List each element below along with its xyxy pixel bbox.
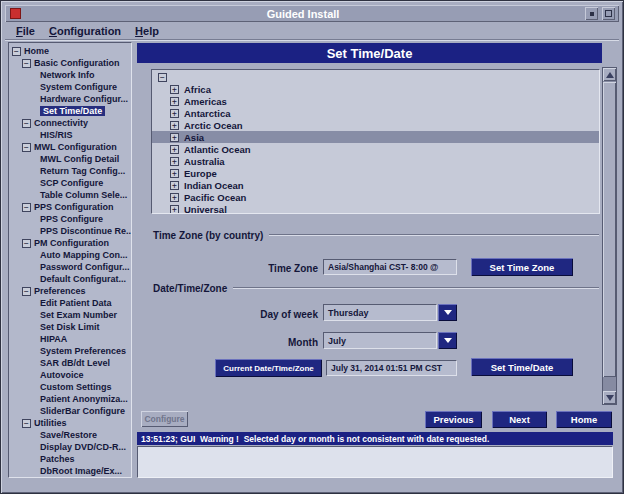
- tree-expand-icon[interactable]: +: [170, 109, 179, 118]
- tree-item[interactable]: Default Configurat...: [9, 273, 131, 285]
- tree-item[interactable]: Hardware Configur...: [9, 93, 131, 105]
- tree-item[interactable]: Display DVD/CD-R...: [9, 441, 131, 453]
- tree-expand-icon[interactable]: −: [12, 47, 21, 56]
- maximize-button[interactable]: [602, 7, 615, 20]
- scroll-down-button[interactable]: [603, 391, 616, 404]
- tree-expand-icon[interactable]: −: [22, 203, 31, 212]
- tree-item[interactable]: Save/Restore: [9, 429, 131, 441]
- tree-item[interactable]: Set Time/Date: [9, 105, 131, 117]
- tree-item[interactable]: − Basic Configuration: [9, 57, 131, 69]
- timezone-item[interactable]: + Atlantic Ocean: [152, 143, 599, 155]
- timezone-item[interactable]: + Australia: [152, 155, 599, 167]
- tree-expand-icon[interactable]: +: [170, 145, 179, 154]
- day-of-week-value[interactable]: Thursday: [323, 304, 437, 321]
- timezone-item[interactable]: + Pacific Ocean: [152, 191, 599, 203]
- set-time-date-button[interactable]: Set Time/Date: [471, 358, 573, 376]
- timezone-item[interactable]: + Arctic Ocean: [152, 119, 599, 131]
- tree-expand-icon[interactable]: −: [158, 73, 167, 82]
- current-datetime-button[interactable]: Current Date/Time/Zone: [215, 359, 322, 377]
- month-select[interactable]: July: [323, 332, 457, 349]
- tree-item[interactable]: MWL Config Detail: [9, 153, 131, 165]
- tree-item[interactable]: − PM Configuration: [9, 237, 131, 249]
- minimize-icon: [590, 12, 594, 16]
- tree-item[interactable]: Autovoice: [9, 369, 131, 381]
- timezone-value-field[interactable]: Asia/Shanghai CST- 8:00 @: [323, 259, 457, 275]
- tree-item[interactable]: HIS/RIS: [9, 129, 131, 141]
- vertical-scrollbar[interactable]: [602, 67, 617, 405]
- month-value[interactable]: July: [323, 332, 437, 349]
- menu-item[interactable]: Configuration: [42, 23, 128, 39]
- tree-expand-icon[interactable]: −: [22, 119, 31, 128]
- tree-expand-icon[interactable]: +: [170, 121, 179, 130]
- tree-expand-icon[interactable]: +: [170, 205, 179, 214]
- tree-expand-icon[interactable]: −: [22, 239, 31, 248]
- tree-expand-icon[interactable]: +: [170, 181, 179, 190]
- scroll-up-button[interactable]: [603, 68, 616, 81]
- next-button[interactable]: Next: [492, 411, 547, 428]
- tree-item[interactable]: Set Exam Number: [9, 309, 131, 321]
- tree-item[interactable]: SAR dB/dt Level: [9, 357, 131, 369]
- tree-item[interactable]: DbRoot Image/Ex...: [9, 465, 131, 477]
- timezone-item[interactable]: + Americas: [152, 95, 599, 107]
- timezone-item[interactable]: + Indian Ocean: [152, 179, 599, 191]
- tree-item[interactable]: − Connectivity: [9, 117, 131, 129]
- tree-item[interactable]: Patient Anonymiza...: [9, 393, 131, 405]
- tree-expand-icon[interactable]: −: [22, 143, 31, 152]
- tree-item[interactable]: Edit Patient Data: [9, 297, 131, 309]
- tree-expand-icon[interactable]: +: [170, 97, 179, 106]
- menu-item[interactable]: File: [9, 23, 42, 39]
- day-of-week-select[interactable]: Thursday: [323, 304, 457, 321]
- tree-item[interactable]: Password Configur...: [9, 261, 131, 273]
- tree-item[interactable]: HIPAA: [9, 333, 131, 345]
- tree-item[interactable]: Network Info: [9, 69, 131, 81]
- home-button[interactable]: Home: [556, 411, 612, 428]
- scrollbar-thumb[interactable]: [603, 82, 616, 377]
- datetime-value-field[interactable]: July 31, 2014 01:51 PM CST: [326, 360, 457, 376]
- timezone-item[interactable]: + Asia: [152, 131, 599, 143]
- day-dropdown-button[interactable]: [438, 304, 457, 321]
- tree-item[interactable]: − Utilities: [9, 417, 131, 429]
- timezone-item[interactable]: + Europe: [152, 167, 599, 179]
- tree-item[interactable]: SCP Configure: [9, 177, 131, 189]
- previous-button[interactable]: Previous: [425, 411, 482, 428]
- tree-item[interactable]: PPS Discontinue Re...: [9, 225, 131, 237]
- tree-item[interactable]: PPS Configure: [9, 213, 131, 225]
- tree-expand-icon[interactable]: +: [170, 85, 179, 94]
- status-bar: 13:51:23; GUI Warning ! Selected day or …: [137, 432, 613, 445]
- tree-item[interactable]: Patches: [9, 453, 131, 465]
- tree-item[interactable]: − PPS Configuration: [9, 201, 131, 213]
- minimize-button[interactable]: [585, 7, 598, 20]
- tree-expand-icon[interactable]: −: [22, 287, 31, 296]
- tree-item[interactable]: Table Column Sele...: [9, 189, 131, 201]
- timezone-item[interactable]: + Universal: [152, 203, 599, 214]
- month-dropdown-button[interactable]: [438, 332, 457, 349]
- tree-item[interactable]: − MWL Configuration: [9, 141, 131, 153]
- set-time-zone-button[interactable]: Set Time Zone: [471, 258, 573, 276]
- tree-item[interactable]: Auto Mapping Con...: [9, 249, 131, 261]
- tree-item[interactable]: System Configure: [9, 81, 131, 93]
- tree-expand-icon[interactable]: +: [170, 169, 179, 178]
- tree-item[interactable]: Set Disk Limit: [9, 321, 131, 333]
- tree-expand-icon[interactable]: +: [170, 133, 179, 142]
- tree-item-label: Save/Restore: [40, 430, 97, 440]
- timezone-item[interactable]: + Antarctica: [152, 107, 599, 119]
- tree-item[interactable]: − Home: [9, 45, 131, 57]
- guided-install-window: Guided Install File Configuration Help −…: [0, 0, 624, 494]
- timezone-item[interactable]: + Africa: [152, 83, 599, 95]
- tree-item[interactable]: Custom Settings: [9, 381, 131, 393]
- configure-button[interactable]: Configure: [141, 411, 188, 427]
- tree-expand-icon[interactable]: −: [22, 419, 31, 428]
- timezone-region-list[interactable]: − + Africa + Americas + Antarctica + Arc…: [151, 69, 600, 214]
- tree-expand-icon[interactable]: +: [170, 157, 179, 166]
- timezone-item[interactable]: −: [152, 71, 599, 83]
- tree-item[interactable]: − Preferences: [9, 285, 131, 297]
- maximize-icon: [605, 10, 612, 17]
- tree-item[interactable]: Return Tag Config...: [9, 165, 131, 177]
- menu-item[interactable]: Help: [128, 23, 166, 39]
- navigation-tree[interactable]: − Home − Basic Configuration Network Inf…: [8, 42, 132, 478]
- tree-expand-icon[interactable]: −: [22, 59, 31, 68]
- window-menu-icon[interactable]: [10, 8, 21, 19]
- tree-item[interactable]: System Preferences: [9, 345, 131, 357]
- tree-expand-icon[interactable]: +: [170, 193, 179, 202]
- tree-item[interactable]: SliderBar Configure: [9, 405, 131, 417]
